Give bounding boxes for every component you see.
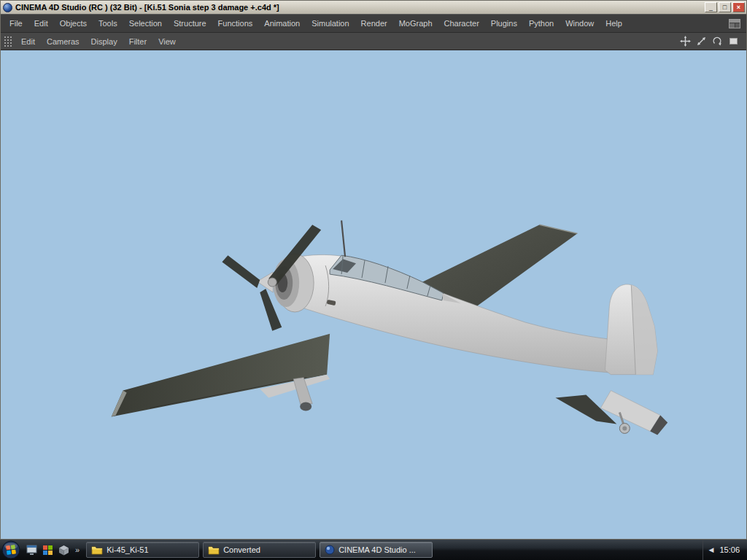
quicklaunch-overflow-chevron[interactable]: » (74, 545, 81, 554)
pan-icon[interactable] (680, 36, 691, 47)
viewport-menu-bar: Edit Cameras Display Filter View (1, 33, 746, 50)
maximize-button[interactable]: □ (719, 2, 731, 12)
cinema4d-app-icon (3, 3, 12, 12)
viewport-menu-cameras[interactable]: Cameras (41, 34, 85, 50)
toolbar-grip-icon[interactable] (4, 36, 12, 47)
viewport-menu-view[interactable]: View (152, 34, 182, 50)
rotate-icon[interactable] (712, 36, 723, 47)
taskbar-button-label: Ki-45_Ki-51 (107, 545, 194, 554)
minimize-button[interactable]: _ (705, 2, 717, 12)
viewport-canvas[interactable] (1, 50, 746, 539)
window-title: CINEMA 4D Studio (RC ) (32 Bit) - [Ki.51… (15, 3, 702, 12)
menu-item-edit[interactable]: Edit (28, 15, 54, 32)
taskbar-button-converted[interactable]: Converted (203, 542, 316, 558)
titlebar[interactable]: CINEMA 4D Studio (RC ) (32 Bit) - [Ki.51… (1, 1, 746, 14)
quicklaunch-icon-1[interactable] (26, 544, 38, 556)
quicklaunch-icon-2[interactable] (42, 544, 54, 556)
taskbar-button-label: CINEMA 4D Studio ... (338, 545, 427, 554)
menu-item-animation[interactable]: Animation (258, 15, 306, 32)
close-button[interactable]: × (732, 2, 745, 12)
quick-launch-bar: » (24, 544, 82, 556)
layout-grid-icon[interactable] (729, 19, 740, 28)
taskbar-clock[interactable]: 15:06 (719, 545, 743, 554)
menu-item-file[interactable]: File (4, 15, 28, 32)
system-tray: ◀ 15:06 (703, 540, 743, 560)
maximize-icon: □ (723, 4, 727, 11)
viewport-menu-edit[interactable]: Edit (15, 34, 41, 50)
taskbar-button-label: Converted (223, 545, 311, 554)
menu-bar: File Edit Objects Tools Selection Struct… (1, 14, 746, 33)
menu-item-help[interactable]: Help (600, 15, 628, 32)
viewport-menu-filter[interactable]: Filter (123, 34, 152, 50)
menu-item-mograph[interactable]: MoGraph (393, 15, 438, 32)
viewport-nav-icons (680, 36, 743, 47)
menu-item-render[interactable]: Render (355, 15, 393, 32)
menu-item-python[interactable]: Python (523, 15, 560, 32)
quicklaunch-icon-3[interactable] (58, 544, 70, 556)
menu-item-selection[interactable]: Selection (123, 15, 168, 32)
zoom-icon[interactable] (696, 36, 707, 47)
viewport-menu-display[interactable]: Display (85, 34, 123, 50)
menu-item-objects[interactable]: Objects (54, 15, 93, 32)
taskbar-button-cinema4d[interactable]: CINEMA 4D Studio ... (320, 542, 433, 558)
cinema4d-window: CINEMA 4D Studio (RC ) (32 Bit) - [Ki.51… (0, 0, 747, 540)
start-button[interactable] (1, 540, 20, 559)
taskbar-button-ki45[interactable]: Ki-45_Ki-51 (86, 542, 199, 558)
maximize-view-icon[interactable] (728, 36, 739, 47)
menu-item-simulation[interactable]: Simulation (306, 15, 355, 32)
desktop: CINEMA 4D Studio (RC ) (32 Bit) - [Ki.51… (0, 0, 747, 560)
menu-item-window[interactable]: Window (560, 15, 600, 32)
menu-item-plugins[interactable]: Plugins (485, 15, 523, 32)
close-icon: × (737, 4, 740, 11)
windows-logo-icon (1, 540, 20, 559)
folder-icon (91, 545, 103, 555)
taskbar: » Ki-45_Ki-51 Converted CINEMA 4D Studio… (0, 540, 747, 560)
menu-item-structure[interactable]: Structure (168, 15, 212, 32)
cinema4d-icon (325, 545, 335, 555)
menu-item-character[interactable]: Character (438, 15, 485, 32)
menu-item-tools[interactable]: Tools (93, 15, 123, 32)
folder-icon (208, 545, 220, 555)
window-controls: _ □ × (705, 2, 745, 12)
menu-item-functions[interactable]: Functions (212, 15, 259, 32)
minimize-icon: _ (709, 4, 713, 11)
tray-expand-icon[interactable]: ◀ (709, 546, 714, 553)
aircraft-model (1, 50, 746, 539)
